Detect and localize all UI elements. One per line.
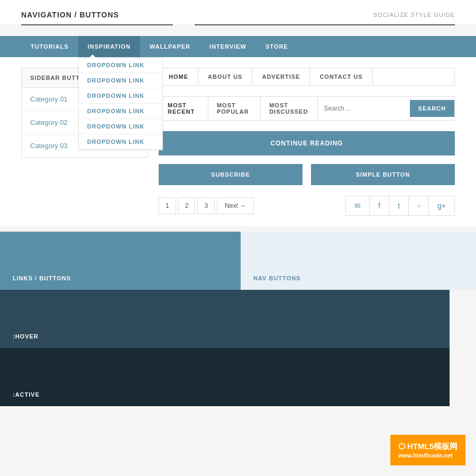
content-area: SIDEBAR BUTTON LIST Category 01 Category… bbox=[0, 57, 476, 226]
bottom-sections: LINKS / BUTTONS NAV BUTTONS :HOVER :ACTI… bbox=[0, 232, 476, 406]
page-header: NAVIGATION / BUTTONS SOCIALIZE STYLE GUI… bbox=[0, 0, 476, 24]
nav-store[interactable]: STORE bbox=[256, 36, 298, 57]
nav-inspiration[interactable]: INSPIRATION bbox=[78, 36, 140, 57]
pagination: 1 2 3 Next → bbox=[159, 197, 254, 214]
page-1[interactable]: 1 bbox=[159, 197, 176, 214]
nav-inspiration-wrapper: INSPIRATION DROPDOWN LINK DROPDOWN LINK … bbox=[78, 36, 140, 57]
filter-search-container: SEARCH bbox=[318, 99, 454, 117]
dropdown-link-6[interactable]: DROPDOWN LINK bbox=[79, 134, 162, 150]
secondary-nav-home[interactable]: HOME bbox=[159, 68, 198, 85]
googleplus-icon[interactable]: g+ bbox=[429, 196, 454, 215]
page-3[interactable]: 3 bbox=[197, 197, 215, 214]
bottom-top-row: LINKS / BUTTONS NAV BUTTONS bbox=[0, 232, 476, 290]
dropdown-menu: DROPDOWN LINK DROPDOWN LINK DROPDOWN LIN… bbox=[78, 57, 163, 150]
nav-buttons-label: NAV BUTTONS bbox=[253, 275, 300, 281]
secondary-nav-contact[interactable]: CONTACT US bbox=[310, 68, 372, 85]
twitter-icon[interactable]: t bbox=[389, 196, 409, 215]
social-icons: ✉ f t ▫ g+ bbox=[345, 196, 455, 216]
filter-most-popular[interactable]: MOST POPULAR bbox=[208, 97, 261, 120]
secondary-nav: HOME ABOUT US ADVERTISE CONTACT US bbox=[159, 68, 455, 86]
continue-reading-button[interactable]: CONTINUE READING bbox=[159, 131, 455, 155]
page-subtitle: SOCIALIZE STYLE GUIDE bbox=[373, 12, 455, 18]
bottom-bar: 1 2 3 Next → ✉ f t ▫ g+ bbox=[159, 196, 455, 216]
main-nav: TUTORIALS INSPIRATION DROPDOWN LINK DROP… bbox=[0, 36, 476, 57]
links-buttons-section: LINKS / BUTTONS bbox=[0, 232, 241, 290]
filter-most-discussed[interactable]: MOST DISCUSSED bbox=[261, 97, 317, 120]
action-buttons: SUBSCRIBE SIMPLE BUTTON bbox=[159, 164, 455, 185]
nav-tutorials[interactable]: TUTORIALS bbox=[21, 36, 78, 57]
nav-interview[interactable]: INTERVIEW bbox=[200, 36, 256, 57]
search-input[interactable] bbox=[318, 99, 410, 117]
page-next[interactable]: Next → bbox=[217, 197, 254, 214]
active-label: :ACTIVE bbox=[13, 391, 40, 398]
dropdown-link-1[interactable]: DROPDOWN LINK bbox=[79, 58, 162, 73]
page-2[interactable]: 2 bbox=[178, 197, 196, 214]
right-content: HOME ABOUT US ADVERTISE CONTACT US MOST … bbox=[159, 68, 455, 216]
page-title: NAVIGATION / BUTTONS bbox=[21, 11, 119, 19]
hover-section: :HOVER bbox=[0, 290, 450, 348]
search-button[interactable]: SEARCH bbox=[410, 100, 454, 117]
dropdown-link-3[interactable]: DROPDOWN LINK bbox=[79, 88, 162, 104]
facebook-icon[interactable]: f bbox=[370, 196, 389, 215]
subscribe-button[interactable]: SUBSCRIBE bbox=[159, 164, 303, 185]
dropdown-link-2[interactable]: DROPDOWN LINK bbox=[79, 73, 162, 88]
secondary-nav-advertise[interactable]: ADVERTISE bbox=[252, 68, 310, 85]
filter-most-recent[interactable]: MOST RECENT bbox=[159, 97, 208, 120]
header-divider bbox=[21, 24, 455, 25]
email-icon[interactable]: ✉ bbox=[346, 196, 370, 215]
dropdown-arrow bbox=[89, 54, 96, 58]
simple-button[interactable]: SIMPLE BUTTON bbox=[311, 164, 455, 185]
dropdown-link-5[interactable]: DROPDOWN LINK bbox=[79, 119, 162, 134]
filter-bar: MOST RECENT MOST POPULAR MOST DISCUSSED … bbox=[159, 96, 455, 121]
instagram-icon[interactable]: ▫ bbox=[409, 196, 429, 215]
dropdown-link-4[interactable]: DROPDOWN LINK bbox=[79, 104, 162, 119]
nav-buttons-section: NAV BUTTONS bbox=[241, 232, 476, 290]
links-buttons-label: LINKS / BUTTONS bbox=[13, 275, 71, 281]
active-section: :ACTIVE bbox=[0, 348, 450, 406]
secondary-nav-about[interactable]: ABOUT US bbox=[198, 68, 252, 85]
watermark: ⬡ HTML5模板网 www.html5code.net bbox=[390, 435, 465, 465]
nav-wallpaper[interactable]: WALLPAPER bbox=[140, 36, 200, 57]
hover-label: :HOVER bbox=[13, 333, 39, 340]
